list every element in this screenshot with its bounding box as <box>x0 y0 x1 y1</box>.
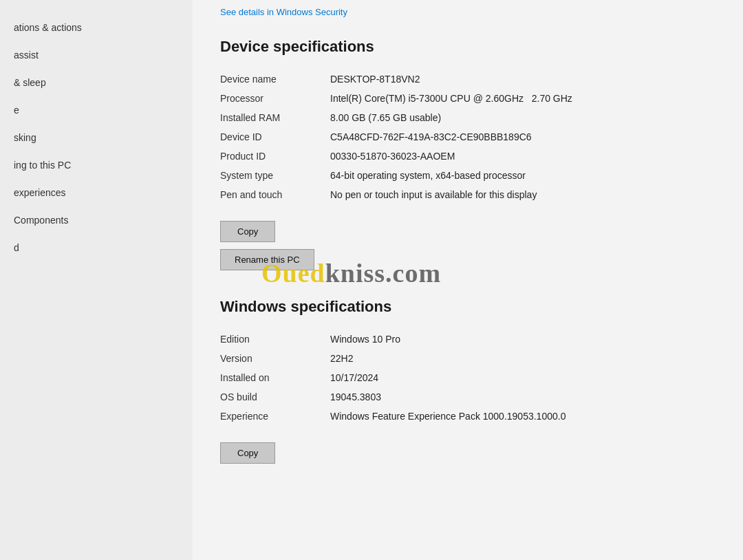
sidebar-item-label: d <box>14 242 19 253</box>
spec-label: Installed RAM <box>220 108 330 127</box>
spec-value: No pen or touch input is available for t… <box>330 185 715 204</box>
spec-label: Device name <box>220 69 330 89</box>
sidebar-item-label: assist <box>14 50 39 61</box>
sidebar-item-label: Components <box>14 215 68 226</box>
table-row: Installed RAM 8.00 GB (7.65 GB usable) <box>220 108 715 127</box>
windows-specs-section: Windows specifications Edition Windows 1… <box>220 298 715 464</box>
sidebar-item-label: ations & actions <box>14 22 82 33</box>
device-copy-button[interactable]: Copy <box>220 221 275 242</box>
spec-label: Edition <box>220 330 330 349</box>
table-row: System type 64-bit operating system, x64… <box>220 166 715 185</box>
spec-value: 00330-51870-36023-AAOEM <box>330 147 715 166</box>
spec-label: Device ID <box>220 127 330 147</box>
spec-label: Pen and touch <box>220 185 330 204</box>
sidebar-item-sleep[interactable]: & sleep <box>0 69 193 96</box>
spec-value: Windows 10 Pro <box>330 330 715 349</box>
spec-label: Version <box>220 349 330 368</box>
sidebar-item-projecting[interactable]: ing to this PC <box>0 151 193 179</box>
table-row: Device ID C5A48CFD-762F-419A-83C2-CE90BB… <box>220 127 715 147</box>
spec-label: Product ID <box>220 147 330 166</box>
sidebar-item-label: ing to this PC <box>14 160 71 171</box>
table-row: Version 22H2 <box>220 349 715 368</box>
device-specs-title: Device specifications <box>220 38 715 56</box>
table-row: Pen and touch No pen or touch input is a… <box>220 185 715 204</box>
spec-value: 64-bit operating system, x64-based proce… <box>330 166 715 185</box>
sidebar-item-d[interactable]: d <box>0 234 193 261</box>
spec-label: Processor <box>220 89 330 108</box>
rename-pc-button[interactable]: Rename this PC <box>220 249 314 270</box>
table-row: OS build 19045.3803 <box>220 387 715 407</box>
sidebar: ations & actions assist & sleep e sking … <box>0 0 193 560</box>
sidebar-item-label: & sleep <box>14 77 46 88</box>
table-row: Product ID 00330-51870-36023-AAOEM <box>220 147 715 166</box>
windows-copy-button[interactable]: Copy <box>220 442 275 464</box>
spec-label: OS build <box>220 387 330 407</box>
spec-value: DESKTOP-8T18VN2 <box>330 69 715 89</box>
spec-label: Experience <box>220 407 330 426</box>
sidebar-item-notifications[interactable]: ations & actions <box>0 14 193 41</box>
spec-value: 19045.3803 <box>330 387 715 407</box>
spec-value: C5A48CFD-762F-419A-83C2-CE90BBB189C6 <box>330 127 715 147</box>
sidebar-item-label: e <box>14 105 19 116</box>
table-row: Edition Windows 10 Pro <box>220 330 715 349</box>
sidebar-item-label: experiences <box>14 187 66 198</box>
sidebar-item-label: sking <box>14 132 36 143</box>
device-specs-section: Device specifications Device name DESKTO… <box>220 38 715 291</box>
spec-value: Windows Feature Experience Pack 1000.190… <box>330 407 715 426</box>
windows-security-link[interactable]: See details in Windows Security <box>220 0 715 31</box>
spec-value: 8.00 GB (7.65 GB usable) <box>330 108 715 127</box>
spec-value: Intel(R) Core(TM) i5-7300U CPU @ 2.60GHz… <box>330 89 715 108</box>
table-row: Installed on 10/17/2024 <box>220 368 715 387</box>
sidebar-item-assist[interactable]: assist <box>0 41 193 69</box>
spec-label: Installed on <box>220 368 330 387</box>
table-row: Processor Intel(R) Core(TM) i5-7300U CPU… <box>220 89 715 108</box>
sidebar-item-experiences[interactable]: experiences <box>0 179 193 206</box>
windows-specs-table: Edition Windows 10 Pro Version 22H2 Inst… <box>220 330 715 426</box>
spec-value: 22H2 <box>330 349 715 368</box>
sidebar-item-components[interactable]: Components <box>0 206 193 234</box>
sidebar-item-sking[interactable]: sking <box>0 124 193 151</box>
table-row: Device name DESKTOP-8T18VN2 <box>220 69 715 89</box>
spec-label: System type <box>220 166 330 185</box>
main-content: See details in Windows Security Device s… <box>193 0 743 560</box>
table-row: Experience Windows Feature Experience Pa… <box>220 407 715 426</box>
device-specs-table: Device name DESKTOP-8T18VN2 Processor In… <box>220 69 715 204</box>
spec-value: 10/17/2024 <box>330 368 715 387</box>
windows-specs-title: Windows specifications <box>220 298 715 316</box>
sidebar-item-e[interactable]: e <box>0 96 193 124</box>
